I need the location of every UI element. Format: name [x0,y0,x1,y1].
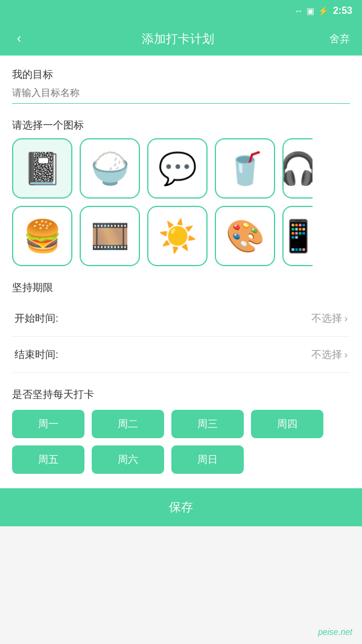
status-time: 2:53 [333,5,352,16]
goal-label: 我的目标 [12,68,350,81]
page-title: 添加打卡计划 [142,31,214,47]
icon-emoji-8: 🎨 [226,220,265,252]
cancel-button[interactable]: 舍弃 [329,32,350,46]
icon-item-2[interactable]: 💬 [147,138,208,199]
start-time-label: 开始时间: [14,311,59,325]
day-monday[interactable]: 周一 [12,410,84,438]
end-time-value[interactable]: 不选择 › [311,348,348,362]
save-button[interactable]: 保存 [0,488,362,526]
icon-emoji-9: 📱 [282,220,313,252]
icon-item-6[interactable]: 🎞️ [80,206,140,266]
icon-item-3[interactable]: 🥤 [215,138,275,199]
icon-item-5[interactable]: 🍔 [12,206,72,266]
day-wednesday[interactable]: 周三 [171,410,244,438]
start-time-chevron: › [345,313,348,324]
period-section: 坚持期限 开始时间: 不选择 › 结束时间: 不选择 › [12,281,350,373]
icon-section: 请选择一个图标 📓 🍚 💬 🥤 🎧 🍔 [12,118,350,266]
goal-section: 我的目标 [12,68,350,104]
icon-emoji-0: 📓 [23,153,62,184]
status-bar: ↔ ▣ ⚡ 2:53 [0,0,362,22]
end-time-text: 不选择 [311,348,342,362]
icon-row-1: 📓 🍚 💬 🥤 🎧 [12,138,350,199]
icon-item-7[interactable]: ☀️ [147,206,208,266]
icon-item-1[interactable]: 🍚 [80,138,140,199]
daily-label: 是否坚持每天打卡 [12,387,350,401]
icon-emoji-3: 🥤 [226,153,265,184]
icon-emoji-1: 🍚 [91,153,130,184]
day-sunday[interactable]: 周日 [171,445,244,474]
back-button[interactable]: ‹ [12,26,26,51]
goal-input[interactable] [12,88,350,98]
start-time-row[interactable]: 开始时间: 不选择 › [12,301,350,337]
icon-item-8[interactable]: 🎨 [215,206,275,266]
main-content: 我的目标 请选择一个图标 📓 🍚 💬 🥤 🎧 [0,56,362,526]
period-label: 坚持期限 [12,281,350,295]
goal-input-wrap [12,88,350,104]
day-saturday[interactable]: 周六 [92,445,164,474]
day-thursday[interactable]: 周四 [251,410,323,438]
icon-emoji-6: 🎞️ [91,220,130,252]
icon-section-label: 请选择一个图标 [12,118,350,132]
icon-emoji-2: 💬 [158,153,197,184]
start-time-value[interactable]: 不选择 › [311,311,348,325]
icon-row-2: 🍔 🎞️ ☀️ 🎨 📱 [12,206,350,266]
nav-bar: ‹ 添加打卡计划 舍弃 [0,22,362,56]
day-friday[interactable]: 周五 [12,445,84,474]
end-time-label: 结束时间: [14,348,59,362]
battery-icon: ⚡ [318,6,328,16]
icon-emoji-7: ☀️ [158,220,197,252]
icon-emoji-4: 🎧 [282,153,313,184]
start-time-text: 不选择 [311,311,342,325]
daily-section: 是否坚持每天打卡 周一 周二 周三 周四 周五 周六 周日 [12,387,350,474]
icon-emoji-5: 🍔 [23,220,62,252]
icon-item-9-partial[interactable]: 📱 [282,206,313,266]
icon-item-4-partial[interactable]: 🎧 [282,138,313,199]
signal-icon: ▣ [306,6,314,16]
save-wrap: 保存 [0,488,362,526]
connectivity-icon: ↔ [294,6,303,16]
watermark: peise.net [318,627,352,637]
end-time-row[interactable]: 结束时间: 不选择 › [12,337,350,373]
days-grid: 周一 周二 周三 周四 周五 周六 周日 [12,410,350,474]
end-time-chevron: › [345,349,348,360]
status-icons: ↔ ▣ ⚡ [294,6,328,16]
icon-item-0[interactable]: 📓 [12,138,72,199]
day-tuesday[interactable]: 周二 [92,410,164,438]
